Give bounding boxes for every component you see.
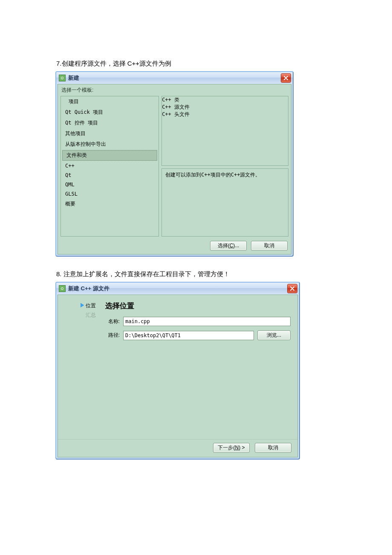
template-item[interactable]: C++ 源文件 bbox=[162, 104, 288, 111]
step7-caption: 7.创建程序源文件，选择 C++源文件为例 bbox=[56, 60, 337, 68]
page-heading: 选择位置 bbox=[105, 301, 291, 311]
name-label: 名称: bbox=[105, 318, 120, 325]
dialog-new-cpp-source: 新建 C++ 源文件 位置 汇总 选择位置 bbox=[55, 282, 300, 460]
close-icon[interactable] bbox=[281, 73, 291, 83]
wizard-step-summary: 汇总 bbox=[64, 310, 96, 320]
name-field[interactable] bbox=[123, 317, 291, 326]
template-list[interactable]: C++ 类C++ 源文件C++ 头文件 bbox=[161, 96, 288, 166]
path-label: 路径: bbox=[105, 332, 120, 339]
titlebar[interactable]: 新建 bbox=[56, 72, 293, 84]
category-item[interactable]: 文件和类 bbox=[62, 150, 157, 161]
close-icon[interactable] bbox=[287, 284, 297, 293]
template-item[interactable]: C++ 头文件 bbox=[162, 111, 288, 118]
qt-logo-icon bbox=[59, 75, 66, 81]
category-item[interactable]: Qt bbox=[61, 171, 159, 180]
template-description: 创建可以添加到C++项目中的C++源文件。 bbox=[161, 168, 288, 237]
window-title: 新建 bbox=[68, 74, 79, 82]
dialog-buttons: 选择(C)... 取消 bbox=[58, 239, 291, 254]
choose-button[interactable]: 选择(C)... bbox=[210, 241, 247, 251]
wizard-buttons: 下一步(N) > 取消 bbox=[58, 439, 297, 457]
template-item[interactable]: C++ 类 bbox=[162, 96, 288, 104]
wizard-step-location: 位置 bbox=[64, 301, 96, 310]
category-item[interactable]: 概要 bbox=[61, 199, 159, 209]
browse-button[interactable]: 浏览... bbox=[257, 330, 291, 340]
category-item[interactable]: C++ bbox=[61, 161, 159, 171]
cancel-button[interactable]: 取消 bbox=[255, 443, 291, 453]
category-item[interactable]: Qt Quick 项目 bbox=[61, 107, 159, 118]
qt-logo-icon bbox=[59, 285, 66, 292]
step8-caption: 8. 注意加上扩展名，文件直接保存在工程目录下，管理方便！ bbox=[56, 270, 337, 278]
dialog-new: 新建 选择一个模板: 项目Qt Quick 项目Qt 控件 项目其他项目从版本控… bbox=[55, 71, 294, 257]
category-item[interactable]: GLSL bbox=[61, 189, 159, 199]
category-item[interactable]: QML bbox=[61, 180, 159, 189]
current-step-arrow-icon bbox=[81, 303, 84, 309]
next-button[interactable]: 下一步(N) > bbox=[213, 443, 250, 453]
titlebar[interactable]: 新建 C++ 源文件 bbox=[56, 283, 299, 295]
category-item[interactable]: 从版本控制中导出 bbox=[61, 139, 159, 150]
category-item[interactable]: Qt 控件 项目 bbox=[61, 118, 159, 128]
cancel-button[interactable]: 取消 bbox=[251, 241, 288, 251]
category-list[interactable]: 项目Qt Quick 项目Qt 控件 项目其他项目从版本控制中导出文件和类C++… bbox=[61, 96, 159, 237]
template-label: 选择一个模板: bbox=[58, 84, 291, 96]
category-item[interactable]: 其他项目 bbox=[61, 128, 159, 139]
step-label: 位置 bbox=[86, 302, 96, 309]
path-field[interactable] bbox=[123, 331, 254, 340]
step-label: 汇总 bbox=[86, 312, 96, 319]
window-title: 新建 C++ 源文件 bbox=[68, 285, 110, 292]
wizard-steps-sidebar: 位置 汇总 bbox=[64, 301, 96, 435]
category-item[interactable]: 项目 bbox=[61, 96, 159, 107]
